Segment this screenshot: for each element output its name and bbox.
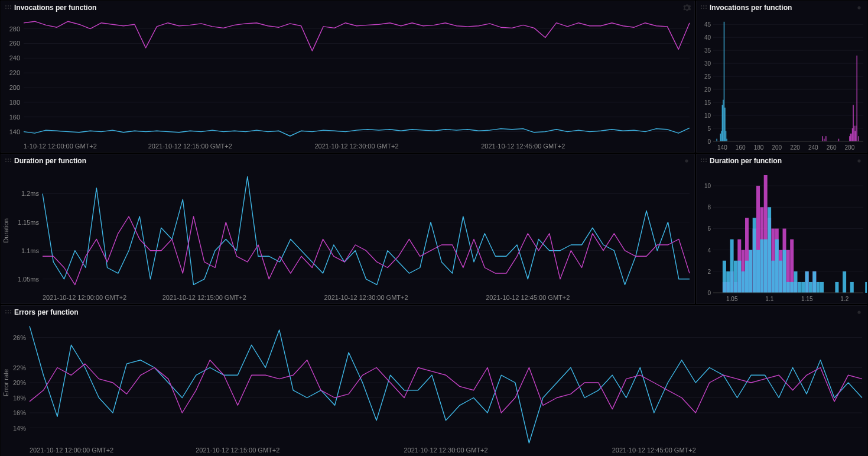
- svg-point-183: [8, 312, 9, 313]
- svg-rect-161: [775, 240, 779, 293]
- svg-text:220: 220: [790, 144, 800, 151]
- drag-grip-icon[interactable]: [700, 5, 707, 11]
- svg-point-2: [10, 5, 11, 7]
- svg-rect-72: [838, 139, 840, 141]
- svg-rect-175: [843, 271, 846, 293]
- svg-text:25: 25: [704, 73, 711, 80]
- svg-text:0: 0: [707, 138, 711, 145]
- svg-point-27: [703, 5, 704, 7]
- svg-rect-151: [737, 261, 741, 293]
- gear-icon[interactable]: [855, 157, 863, 165]
- svg-rect-171: [812, 271, 816, 293]
- panel-title: Duration per function: [14, 157, 86, 165]
- svg-text:1.15ms: 1.15ms: [18, 219, 40, 226]
- svg-text:180: 180: [9, 99, 20, 106]
- gear-icon[interactable]: [682, 4, 691, 12]
- svg-text:20%: 20%: [13, 379, 26, 386]
- svg-point-26: [701, 5, 702, 7]
- chart-invocations-hist[interactable]: 0510152025303540451401601802002202402602…: [697, 14, 867, 152]
- dashboard-grid: Invocations per function 140160180200220…: [0, 0, 868, 456]
- svg-point-30: [703, 8, 704, 9]
- svg-point-180: [8, 310, 9, 311]
- svg-rect-154: [749, 250, 752, 293]
- svg-text:2021-10-12 12:15:00 GMT+2: 2021-10-12 12:15:00 GMT+2: [196, 447, 279, 454]
- svg-rect-169: [805, 271, 809, 293]
- svg-rect-174: [835, 282, 838, 293]
- svg-point-105: [706, 159, 707, 160]
- drag-grip-icon[interactable]: [5, 158, 12, 164]
- svg-point-0: [5, 5, 6, 7]
- svg-text:15: 15: [704, 99, 711, 106]
- svg-rect-173: [820, 282, 824, 293]
- gear-icon[interactable]: [855, 4, 863, 12]
- chart-duration-ts[interactable]: 1.05ms1.1ms1.15ms1.2ms2021-10-12 12:00:0…: [1, 167, 694, 303]
- svg-text:140: 140: [717, 144, 727, 151]
- svg-rect-67: [726, 131, 727, 141]
- svg-text:40: 40: [704, 34, 711, 41]
- svg-rect-60: [716, 139, 717, 141]
- svg-rect-63: [722, 105, 723, 142]
- svg-text:2021-10-12 12:30:00 GMT+2: 2021-10-12 12:30:00 GMT+2: [324, 294, 408, 301]
- svg-text:5: 5: [707, 125, 711, 132]
- svg-rect-148: [726, 271, 730, 293]
- svg-text:10: 10: [704, 112, 711, 119]
- svg-text:160: 160: [9, 114, 20, 121]
- svg-text:6: 6: [707, 225, 711, 232]
- svg-rect-82: [859, 136, 860, 141]
- svg-text:35: 35: [704, 47, 711, 54]
- svg-text:240: 240: [808, 144, 818, 151]
- chart-duration-hist[interactable]: 02468101.051.11.151.2: [697, 167, 867, 303]
- svg-rect-164: [786, 282, 790, 293]
- svg-point-181: [10, 310, 11, 311]
- svg-rect-176: [850, 282, 854, 293]
- svg-point-103: [701, 159, 702, 160]
- svg-point-28: [706, 5, 707, 7]
- svg-text:Duration: Duration: [2, 218, 9, 243]
- svg-text:1.15: 1.15: [801, 296, 813, 302]
- svg-rect-77: [853, 105, 854, 142]
- svg-text:2021-10-12 12:15:00 GMT+2: 2021-10-12 12:15:00 GMT+2: [148, 143, 232, 150]
- svg-rect-157: [760, 240, 763, 293]
- svg-text:200: 200: [9, 84, 20, 91]
- svg-rect-70: [824, 139, 825, 141]
- panel-title: Duration per function: [710, 157, 782, 165]
- svg-rect-150: [734, 261, 737, 293]
- svg-rect-69: [822, 136, 823, 141]
- svg-text:14%: 14%: [13, 425, 26, 432]
- svg-point-88: [8, 161, 9, 162]
- drag-grip-icon[interactable]: [700, 158, 707, 164]
- panel-duration-timeseries: Duration per function 1.05ms1.1ms1.15ms1…: [1, 154, 695, 304]
- svg-text:260: 260: [827, 144, 837, 151]
- svg-rect-168: [801, 282, 805, 293]
- svg-text:160: 160: [736, 144, 746, 151]
- drag-grip-icon[interactable]: [5, 5, 12, 11]
- svg-point-4: [8, 8, 9, 9]
- svg-rect-158: [764, 240, 768, 293]
- gear-icon[interactable]: [682, 157, 691, 165]
- svg-rect-79: [854, 131, 856, 141]
- svg-text:4: 4: [707, 247, 711, 254]
- svg-rect-172: [817, 282, 820, 293]
- svg-point-87: [5, 161, 6, 162]
- gear-icon[interactable]: [855, 308, 863, 316]
- svg-text:22%: 22%: [13, 364, 26, 371]
- svg-rect-170: [809, 282, 812, 293]
- svg-text:260: 260: [9, 40, 20, 47]
- svg-rect-162: [779, 261, 782, 293]
- panel-invocations-hist: Invocations per function 051015202530354…: [696, 1, 867, 153]
- svg-rect-167: [798, 282, 801, 293]
- drag-grip-icon[interactable]: [5, 309, 12, 315]
- svg-text:20: 20: [704, 86, 711, 93]
- svg-rect-73: [849, 136, 850, 141]
- svg-point-106: [701, 161, 702, 162]
- svg-text:18%: 18%: [13, 394, 26, 402]
- svg-rect-147: [723, 261, 726, 293]
- panel-errors-timeseries: Errors per function 14%16%18%20%22%26%20…: [1, 305, 867, 456]
- svg-text:140: 140: [9, 128, 20, 135]
- chart-errors-ts[interactable]: 14%16%18%20%22%26%2021-10-12 12:00:00 GM…: [1, 319, 867, 456]
- svg-text:2021-10-12 12:45:00 GMT+2: 2021-10-12 12:45:00 GMT+2: [486, 294, 570, 301]
- chart-invocations-ts[interactable]: 1401601802002202402602801-10-12 12:00:00…: [1, 14, 694, 152]
- svg-text:0: 0: [707, 290, 711, 296]
- svg-point-86: [10, 159, 11, 160]
- panel-invocations-timeseries: Invocations per function 140160180200220…: [1, 1, 695, 153]
